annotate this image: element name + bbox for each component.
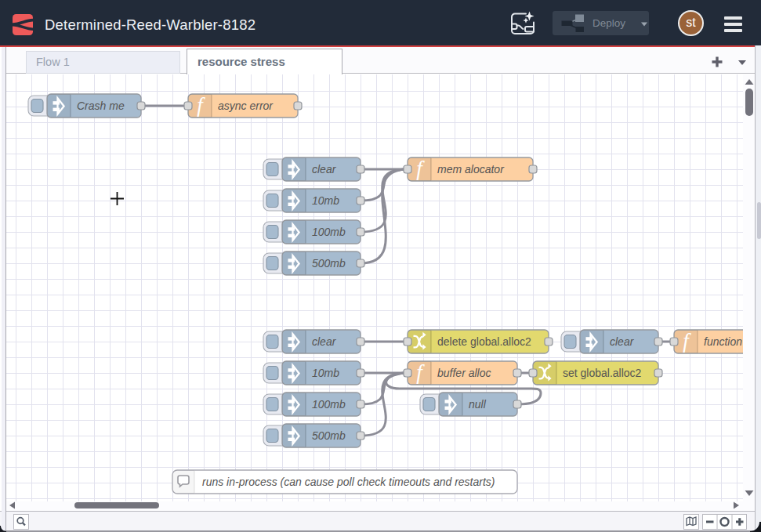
svg-text:10mb: 10mb [312,194,339,207]
svg-text:runs in-process (can cause pol: runs in-process (can cause poll check ti… [202,476,495,488]
svg-text:Crash me: Crash me [77,100,125,112]
svg-text:async error: async error [218,100,274,112]
svg-text:set global.alloc2: set global.alloc2 [563,367,642,379]
svg-text:clear: clear [312,335,337,348]
svg-text:10mb: 10mb [312,367,339,379]
svg-text:null: null [469,398,487,411]
svg-text:100mb: 100mb [312,226,346,238]
svg-text:function: function [704,335,742,348]
svg-text:delete global.alloc2: delete global.alloc2 [437,335,531,348]
svg-text:mem alocator: mem alocator [437,163,505,176]
svg-text:clear: clear [610,335,635,348]
svg-text:500mb: 500mb [312,257,346,270]
svg-text:clear: clear [312,163,337,176]
svg-text:buffer alloc: buffer alloc [437,367,491,379]
svg-text:100mb: 100mb [312,398,346,411]
svg-text:500mb: 500mb [312,429,346,442]
